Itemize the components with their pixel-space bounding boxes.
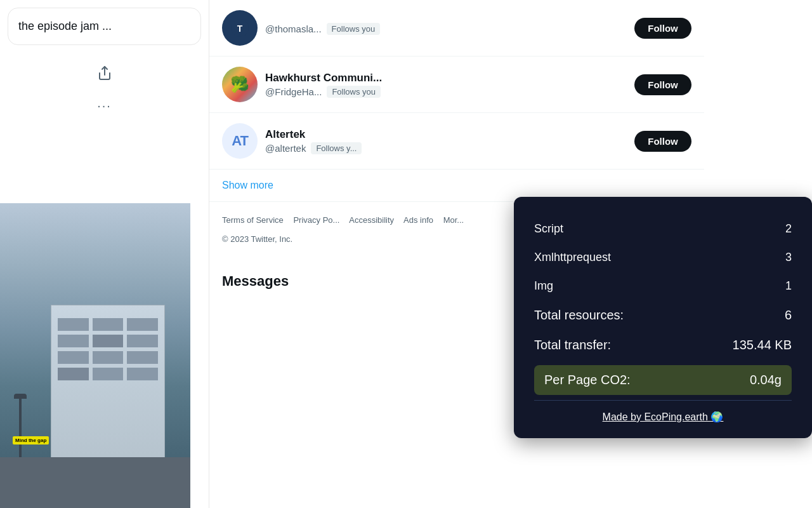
left-panel: the episode jam ... ··· bbox=[0, 0, 209, 508]
mind-gap-sign: Mind the gap bbox=[13, 436, 49, 444]
eco-co2-value: 0.04g bbox=[750, 373, 782, 387]
follower-info-altertek: Altertek @altertek Follows y... bbox=[265, 128, 627, 154]
eco-co2-row: Per Page CO2: 0.04g bbox=[534, 365, 792, 395]
avatar-thomas: T bbox=[222, 10, 258, 46]
post-title: the episode jam ... bbox=[18, 20, 112, 32]
eco-img-row: Img 1 bbox=[534, 272, 792, 300]
eco-co2-label: Per Page CO2: bbox=[544, 373, 631, 387]
follower-item-hawkhurst: 🥦 Hawkhurst Communi... @FridgeHa... Foll… bbox=[209, 57, 704, 113]
follows-you-badge-altertek: Follows y... bbox=[311, 142, 362, 154]
svg-text:T: T bbox=[237, 23, 243, 34]
street bbox=[0, 457, 190, 508]
follower-handle-hawkhurst: @FridgeHa... bbox=[265, 86, 322, 97]
follows-you-badge-thomas: Follows you bbox=[327, 23, 381, 35]
eco-xmlhttp-value: 3 bbox=[785, 251, 792, 264]
ecooping-overlay: Script 2 Xmlhttprequest 3 Img 1 Total re… bbox=[514, 197, 812, 438]
follow-button-altertek[interactable]: Follow bbox=[634, 131, 691, 152]
eco-script-row: Script 2 bbox=[534, 215, 792, 243]
more-options-button[interactable]: ··· bbox=[8, 98, 201, 113]
eco-img-value: 1 bbox=[785, 279, 792, 293]
follower-item-altertek: AT Altertek @altertek Follows y... Follo… bbox=[209, 113, 704, 170]
eco-total-transfer-value: 135.44 KB bbox=[733, 338, 792, 352]
avatar-altertek: AT bbox=[222, 123, 258, 159]
follow-button-thomas[interactable]: Follow bbox=[634, 18, 691, 39]
follower-handle-row-hawkhurst: @FridgeHa... Follows you bbox=[265, 86, 627, 98]
eco-total-resources-label: Total resources: bbox=[534, 308, 624, 323]
eco-divider bbox=[534, 400, 792, 401]
eco-script-value: 2 bbox=[785, 222, 792, 236]
footer-link-terms[interactable]: Terms of Service bbox=[222, 215, 284, 225]
follower-handle-altertek: @altertek bbox=[265, 143, 306, 154]
follower-handle-row-thomas: @thomasla... Follows you bbox=[265, 23, 627, 35]
footer-link-more[interactable]: Mor... bbox=[443, 215, 464, 225]
eco-xmlhttp-label: Xmlhttprequest bbox=[534, 251, 611, 264]
share-button[interactable] bbox=[92, 60, 117, 86]
footer-link-ads[interactable]: Ads info bbox=[403, 215, 433, 225]
follower-info-hawkhurst: Hawkhurst Communi... @FridgeHa... Follow… bbox=[265, 72, 627, 98]
follower-name-hawkhurst: Hawkhurst Communi... bbox=[265, 72, 627, 84]
footer-link-accessibility[interactable]: Accessibility bbox=[349, 215, 394, 225]
eco-xmlhttp-row: Xmlhttprequest 3 bbox=[534, 243, 792, 272]
follower-name-altertek: Altertek bbox=[265, 128, 627, 141]
follower-handle-row-altertek: @altertek Follows y... bbox=[265, 142, 627, 154]
avatar-hawkhurst: 🥦 bbox=[222, 67, 258, 102]
follows-you-badge-hawkhurst: Follows you bbox=[327, 86, 381, 98]
follower-handle-thomas: @thomasla... bbox=[265, 23, 322, 34]
eco-script-label: Script bbox=[534, 222, 563, 236]
follower-item-thomas: T @thomasla... Follows you Follow bbox=[209, 0, 704, 57]
eco-total-resources-value: 6 bbox=[785, 308, 792, 323]
eco-total-transfer-label: Total transfer: bbox=[534, 338, 611, 352]
footer-link-privacy[interactable]: Privacy Po... bbox=[293, 215, 339, 225]
eco-img-label: Img bbox=[534, 279, 553, 293]
eco-total-transfer-row: Total transfer: 135.44 KB bbox=[534, 330, 792, 360]
eco-made-by[interactable]: Made by EcoPing.earth 🌍 bbox=[534, 411, 792, 423]
follow-button-hawkhurst[interactable]: Follow bbox=[634, 74, 691, 95]
eco-total-resources-row: Total resources: 6 bbox=[534, 300, 792, 330]
post-card: the episode jam ... bbox=[8, 8, 201, 45]
street-photo: Mind the gap Mind the gap bbox=[0, 203, 190, 508]
follower-info-thomas: @thomasla... Follows you bbox=[265, 22, 627, 35]
